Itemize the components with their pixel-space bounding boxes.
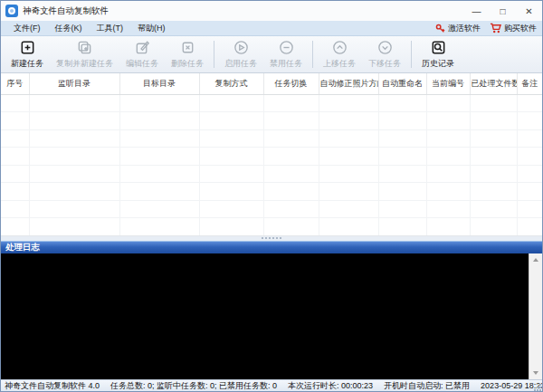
status-task-counts: 任务总数: 0; 监听中任务数: 0; 已禁用任务数: 0 (105, 380, 282, 392)
task-table-body[interactable] (1, 94, 542, 235)
status-runtime: 本次运行时长: 00:00:23 (282, 380, 378, 392)
menu-bar: 文件(F) 任务(K) 工具(T) 帮助(H) 激活软件 购买软件 (1, 21, 542, 36)
col-header-photo-orientation[interactable]: 自动修正照片方向 (319, 73, 378, 94)
col-header-remark[interactable]: 备注 (517, 73, 542, 94)
menu-task[interactable]: 任务(K) (48, 21, 90, 35)
col-header-processed-count[interactable]: 已处理文件数 (470, 73, 517, 94)
toolbar-separator (214, 41, 214, 68)
toolbar-separator (312, 41, 313, 68)
new-task-button[interactable]: 新建任务 (5, 37, 50, 72)
close-button[interactable]: ✕ (516, 1, 542, 21)
app-window: 神奇文件自动复制软件 — □ ✕ 文件(F) 任务(K) 工具(T) 帮助(H)… (0, 0, 543, 392)
log-scrollbar[interactable] (529, 253, 542, 379)
table-row (1, 200, 542, 218)
table-row (1, 94, 542, 112)
log-area (1, 253, 542, 379)
disable-task-icon (278, 39, 295, 56)
toolbar: 新建任务 复制并新建任务 编辑任务 删除任务 启用任务 禁用任务 上移任务 (1, 36, 542, 73)
edit-task-icon (134, 39, 151, 56)
table-row (1, 148, 542, 166)
table-row (1, 112, 542, 130)
copy-new-task-icon (76, 39, 93, 56)
scroll-down-icon[interactable] (529, 367, 542, 379)
delete-task-button[interactable]: 删除任务 (165, 37, 210, 72)
menu-tools[interactable]: 工具(T) (90, 21, 131, 35)
task-table: 序号 监听目录 目标目录 复制方式 任务切换 自动修正照片方向 自动重命名 当前… (1, 73, 542, 236)
move-up-icon (331, 39, 348, 56)
history-icon (430, 39, 447, 56)
col-header-auto-rename[interactable]: 自动重命名 (378, 73, 426, 94)
table-row (1, 183, 542, 201)
menu-file[interactable]: 文件(F) (6, 21, 48, 35)
enable-task-button[interactable]: 启用任务 (218, 37, 263, 72)
buy-software-button[interactable]: 购买软件 (490, 23, 537, 34)
enable-task-icon (233, 39, 250, 56)
log-content (1, 253, 529, 379)
toolbar-separator (411, 41, 412, 68)
status-bar: 神奇文件自动复制软件 4.0 任务总数: 0; 监听中任务数: 0; 已禁用任务… (1, 379, 542, 392)
disable-task-button[interactable]: 禁用任务 (263, 37, 309, 72)
status-app-version: 神奇文件自动复制软件 4.0 (5, 380, 105, 392)
col-header-target-dir[interactable]: 目标目录 (119, 73, 199, 94)
menu-help[interactable]: 帮助(H) (130, 21, 173, 35)
activate-software-button[interactable]: 激活软件 (435, 23, 481, 34)
move-down-task-button[interactable]: 下移任务 (362, 37, 407, 72)
table-row (1, 129, 542, 148)
title-bar: 神奇文件自动复制软件 — □ ✕ (1, 1, 542, 21)
table-row (1, 165, 542, 183)
log-title: 处理日志 (5, 242, 40, 253)
col-header-index[interactable]: 序号 (1, 73, 29, 94)
edit-task-button[interactable]: 编辑任务 (119, 37, 165, 72)
table-header-row: 序号 监听目录 目标目录 复制方式 任务切换 自动修正照片方向 自动重命名 当前… (1, 73, 542, 94)
delete-task-icon (179, 39, 196, 56)
status-autostart: 开机时自动启动: 已禁用 (378, 380, 475, 392)
col-header-task-toggle[interactable]: 任务切换 (263, 73, 319, 94)
copy-new-task-button[interactable]: 复制并新建任务 (50, 37, 119, 72)
maximize-button[interactable]: □ (490, 1, 516, 21)
col-header-watch-dir[interactable]: 监听目录 (29, 73, 119, 94)
new-task-icon (19, 39, 36, 56)
key-icon (435, 24, 445, 33)
minimize-button[interactable]: — (463, 1, 490, 21)
scroll-up-icon[interactable] (529, 253, 542, 266)
move-down-icon (376, 39, 394, 56)
table-row (1, 218, 542, 236)
history-button[interactable]: 历史记录 (415, 37, 461, 72)
log-section-header: 处理日志 (1, 241, 542, 253)
app-icon (5, 5, 18, 17)
resize-grip[interactable] (533, 383, 541, 391)
col-header-copy-mode[interactable]: 复制方式 (199, 73, 263, 94)
window-title: 神奇文件自动复制软件 (23, 5, 109, 17)
move-up-task-button[interactable]: 上移任务 (317, 37, 362, 72)
cart-icon (490, 23, 501, 33)
col-header-current-number[interactable]: 当前编号 (426, 73, 470, 94)
